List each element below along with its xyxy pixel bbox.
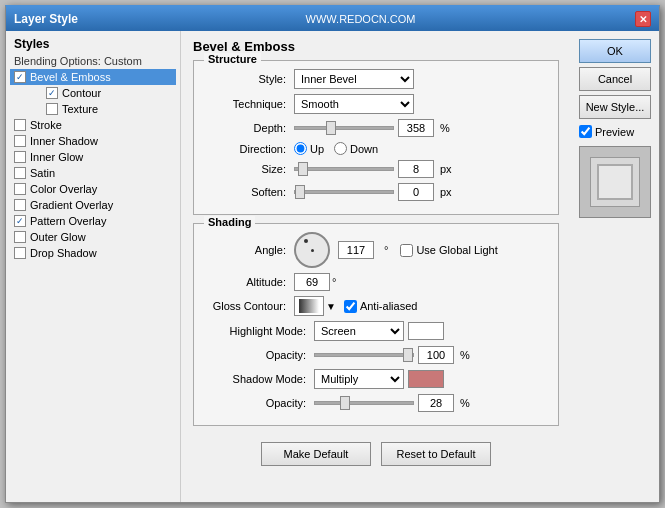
satin-label: Satin [30, 167, 55, 179]
sidebar-item-outer-glow[interactable]: Outer Glow [10, 229, 176, 245]
sidebar-item-texture[interactable]: Texture [10, 101, 176, 117]
shading-title: Shading [204, 216, 255, 228]
global-light-item[interactable]: Use Global Light [400, 244, 497, 257]
shadow-opacity-container: % [314, 394, 470, 412]
angle-control: ° Use Global Light [294, 232, 498, 268]
angle-indicator [304, 239, 308, 243]
outer-glow-checkbox[interactable] [14, 231, 26, 243]
altitude-value[interactable] [294, 273, 330, 291]
highlight-opacity-value[interactable] [418, 346, 454, 364]
middle-panel: Bevel & Emboss Structure Style: Inner Be… [181, 31, 571, 502]
sidebar-item-stroke[interactable]: Stroke [10, 117, 176, 133]
sidebar-item-gradient-overlay[interactable]: Gradient Overlay [10, 197, 176, 213]
sidebar-item-contour[interactable]: Contour [10, 85, 176, 101]
direction-down-item[interactable]: Down [334, 142, 378, 155]
highlight-color-swatch[interactable] [408, 322, 444, 340]
color-overlay-checkbox[interactable] [14, 183, 26, 195]
drop-shadow-checkbox[interactable] [14, 247, 26, 259]
structure-title: Structure [204, 53, 261, 65]
sidebar-item-bevel-emboss[interactable]: Bevel & Emboss [10, 69, 176, 85]
angle-center-dot [311, 249, 314, 252]
depth-unit: % [440, 122, 450, 134]
inner-shadow-checkbox[interactable] [14, 135, 26, 147]
depth-slider-container: % [294, 119, 450, 137]
drop-shadow-label: Drop Shadow [30, 247, 97, 259]
anti-aliased-checkbox[interactable] [344, 300, 357, 313]
shadow-opacity-value[interactable] [418, 394, 454, 412]
technique-select[interactable]: Smooth Chisel Hard Chisel Soft [294, 94, 414, 114]
left-panel: Styles Blending Options: Custom Bevel & … [6, 31, 181, 502]
anti-aliased-item[interactable]: Anti-aliased [344, 300, 417, 313]
gloss-contour-picker[interactable] [294, 296, 324, 316]
depth-value[interactable] [398, 119, 434, 137]
new-style-button[interactable]: New Style... [579, 95, 651, 119]
close-button[interactable]: ✕ [635, 11, 651, 27]
sidebar-item-color-overlay[interactable]: Color Overlay [10, 181, 176, 197]
highlight-mode-select[interactable]: Screen Normal Multiply [314, 321, 404, 341]
contour-dropdown-arrow[interactable]: ▼ [326, 301, 336, 312]
bevel-emboss-checkbox[interactable] [14, 71, 26, 83]
soften-slider-container: px [294, 183, 452, 201]
technique-row: Technique: Smooth Chisel Hard Chisel Sof… [204, 94, 548, 114]
angle-row: Angle: ° Use Global Light [204, 232, 548, 268]
styles-heading: Styles [10, 35, 176, 53]
angle-value[interactable] [338, 241, 374, 259]
make-default-button[interactable]: Make Default [261, 442, 371, 466]
altitude-unit: ° [332, 276, 336, 288]
size-value[interactable] [398, 160, 434, 178]
highlight-opacity-slider[interactable] [314, 353, 414, 357]
global-light-checkbox[interactable] [400, 244, 413, 257]
preview-label: Preview [595, 126, 634, 138]
inner-glow-checkbox[interactable] [14, 151, 26, 163]
contour-checkbox[interactable] [46, 87, 58, 99]
soften-row: Soften: px [204, 183, 548, 201]
angle-label: Angle: [204, 244, 294, 256]
stroke-checkbox[interactable] [14, 119, 26, 131]
direction-row: Direction: Up Down [204, 142, 548, 155]
pattern-overlay-label: Pattern Overlay [30, 215, 106, 227]
preview-checkbox[interactable] [579, 125, 592, 138]
gloss-contour-row: Gloss Contour: ▼ Anti-aliased [204, 296, 548, 316]
angle-dial[interactable] [294, 232, 330, 268]
texture-checkbox[interactable] [46, 103, 58, 115]
reset-to-default-button[interactable]: Reset to Default [381, 442, 491, 466]
size-slider-container: px [294, 160, 452, 178]
highlight-mode-row: Highlight Mode: Screen Normal Multiply [204, 321, 548, 341]
main-section-title: Bevel & Emboss [193, 39, 559, 54]
blending-options-label[interactable]: Blending Options: Custom [10, 53, 176, 69]
shadow-mode-select[interactable]: Multiply Normal Screen [314, 369, 404, 389]
depth-row: Depth: % [204, 119, 548, 137]
soften-value[interactable] [398, 183, 434, 201]
stroke-label: Stroke [30, 119, 62, 131]
layer-style-dialog: Layer Style WWW.REDOCN.COM ✕ Styles Blen… [5, 5, 660, 503]
direction-up-radio[interactable] [294, 142, 307, 155]
direction-down-radio[interactable] [334, 142, 347, 155]
style-label: Style: [204, 73, 294, 85]
satin-checkbox[interactable] [14, 167, 26, 179]
soften-slider[interactable] [294, 190, 394, 194]
pattern-overlay-checkbox[interactable] [14, 215, 26, 227]
depth-slider[interactable] [294, 126, 394, 130]
sidebar-item-satin[interactable]: Satin [10, 165, 176, 181]
title-bar: Layer Style WWW.REDOCN.COM ✕ [6, 7, 659, 31]
shadow-mode-label: Shadow Mode: [204, 373, 314, 385]
sidebar-item-inner-glow[interactable]: Inner Glow [10, 149, 176, 165]
size-slider[interactable] [294, 167, 394, 171]
gradient-overlay-checkbox[interactable] [14, 199, 26, 211]
direction-up-label: Up [310, 143, 324, 155]
cancel-button[interactable]: Cancel [579, 67, 651, 91]
altitude-label: Altitude: [204, 276, 294, 288]
style-select[interactable]: Inner Bevel Outer Bevel Emboss Pillow Em… [294, 69, 414, 89]
direction-up-item[interactable]: Up [294, 142, 324, 155]
shadow-color-swatch[interactable] [408, 370, 444, 388]
sidebar-item-pattern-overlay[interactable]: Pattern Overlay [10, 213, 176, 229]
preview-checkbox-container[interactable]: Preview [579, 125, 651, 138]
texture-label: Texture [62, 103, 98, 115]
ok-button[interactable]: OK [579, 39, 651, 63]
sidebar-item-inner-shadow[interactable]: Inner Shadow [10, 133, 176, 149]
sidebar-item-drop-shadow[interactable]: Drop Shadow [10, 245, 176, 261]
direction-down-label: Down [350, 143, 378, 155]
soften-label: Soften: [204, 186, 294, 198]
shadow-opacity-slider[interactable] [314, 401, 414, 405]
inner-shadow-label: Inner Shadow [30, 135, 98, 147]
